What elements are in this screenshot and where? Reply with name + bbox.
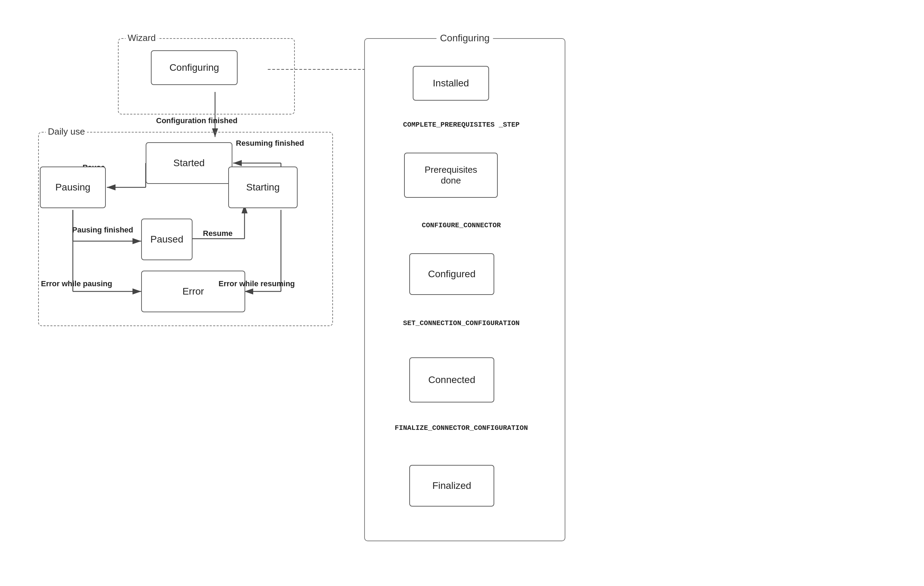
- installed-box: Installed: [413, 66, 489, 101]
- started-box: Started: [146, 142, 233, 184]
- error-while-resuming-label: Error while resuming: [218, 279, 295, 288]
- error-while-pausing-label: Error while pausing: [41, 279, 112, 288]
- error-box: Error: [141, 271, 245, 312]
- resuming-finished-label: Resuming finished: [236, 139, 304, 148]
- starting-box: Starting: [228, 167, 298, 208]
- connected-box: Connected: [409, 357, 494, 403]
- set-connection-label: SET_CONNECTION_CONFIGURATION: [371, 319, 551, 327]
- wizard-label: Wizard: [125, 33, 158, 43]
- configure-connector-label: CONFIGURE_CONNECTOR: [385, 221, 538, 229]
- configured-box: Configured: [409, 253, 494, 295]
- pausing-finished-label: Pausing finished: [72, 226, 133, 234]
- wizard-configuring-box: Configuring: [151, 50, 238, 85]
- pausing-box: Pausing: [40, 167, 106, 208]
- daily-use-label: Daily use: [46, 126, 87, 137]
- complete-prerequisites-label: COMPLETE_PREREQUISITES _STEP: [378, 121, 544, 129]
- canvas: Wizard Configuring Configuration finishe…: [17, 17, 907, 569]
- configuring-panel-label: Configuring: [436, 33, 493, 44]
- finalize-label: FINALIZE_CONNECTOR_CONFIGURATION: [368, 424, 555, 432]
- resume-label: Resume: [203, 229, 233, 238]
- configuration-finished-label: Configuration finished: [156, 116, 238, 125]
- paused-box: Paused: [141, 219, 193, 260]
- finalized-box: Finalized: [409, 465, 494, 507]
- prerequisites-done-box: Prerequisites done: [404, 153, 498, 198]
